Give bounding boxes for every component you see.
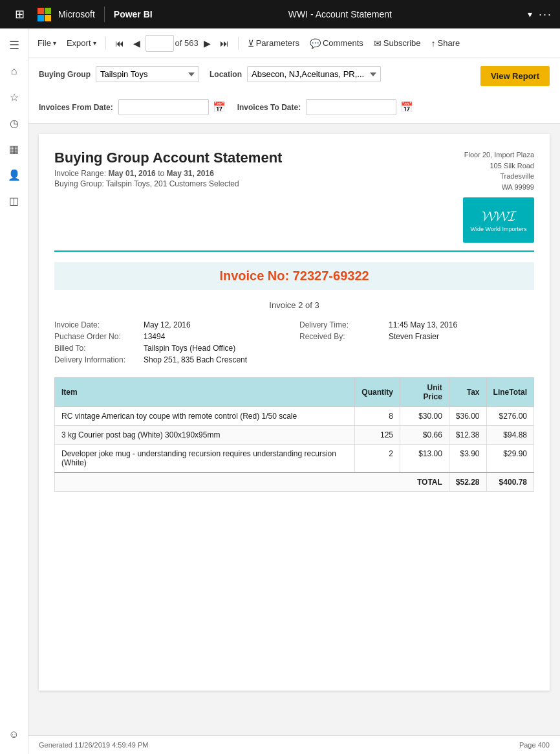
comments-button[interactable]: 💬 Comments	[306, 36, 367, 51]
invoice-range-to: May 31, 2016	[166, 169, 213, 178]
table-header-row: Item Quantity Unit Price Tax LineTotal	[55, 378, 534, 407]
toolbar-sep-2	[238, 37, 239, 50]
topbar-divider	[104, 6, 105, 22]
cell-item: 3 kg Courier post bag (White) 300x190x95…	[55, 426, 355, 445]
invoices-from-label: Invoices From Date:	[39, 103, 113, 112]
nav-next-button[interactable]: ▶	[200, 36, 215, 51]
page-navigation: ⏮ ◀ 400 of 563 ▶ ⏭	[111, 35, 233, 52]
address-line3: Tradesville	[464, 171, 534, 182]
page-number-input[interactable]: 400	[145, 35, 174, 52]
toolbar-sep-1	[105, 37, 106, 50]
invoices-from-calendar-button[interactable]: 📅	[211, 100, 227, 115]
logo-wings-icon: 𝓦𝓦𝓘	[471, 208, 527, 225]
file-chevron-icon: ▾	[53, 39, 56, 47]
sidebar-smiley[interactable]: ☺	[3, 723, 26, 746]
sidebar-hamburger[interactable]: ☰	[3, 34, 26, 57]
address-line2: 105 Silk Road	[464, 161, 534, 172]
buying-group-line: Buying Group: Tailspin Toys, 201 Custome…	[54, 179, 282, 188]
product-label: Power BI	[114, 9, 153, 19]
invoices-from-date-wrap: 5/1/2016 📅	[118, 99, 227, 115]
invoices-to-filter: Invoices To Date: 5/31/2016 📅	[237, 99, 415, 115]
page-of-label: of 563	[175, 38, 199, 48]
cell-linetotal: $94.88	[486, 426, 533, 445]
logo-company-name: Wide World Importers	[471, 226, 527, 232]
invoice-of-label: Invoice 2 of 3	[54, 300, 534, 310]
po-value: 13494	[144, 332, 165, 341]
file-button[interactable]: File ▾	[34, 36, 60, 50]
mail-icon: ✉	[374, 38, 382, 49]
subscribe-button[interactable]: ✉ Subscribe	[370, 36, 425, 51]
invoices-from-input[interactable]: 5/1/2016	[118, 99, 209, 115]
sidebar: ☰ ⌂ ☆ ◷ ▦ 👤 ◫ ☺	[0, 28, 28, 754]
more-options-button[interactable]: ···	[539, 8, 552, 21]
invoice-no-label-span: Invoice No:	[219, 269, 292, 283]
sidebar-grid[interactable]: ▦	[3, 137, 26, 161]
invoice-range-from: May 01, 2016	[108, 169, 155, 178]
nav-first-button[interactable]: ⏮	[111, 36, 128, 51]
filter-icon: ⊻	[248, 38, 254, 49]
company-logo: 𝓦𝓦𝓘 Wide World Importers	[463, 197, 534, 243]
grid-menu-icon[interactable]: ⊞	[8, 3, 31, 26]
sidebar-people[interactable]: 👤	[3, 163, 26, 186]
delivery-time-label: Delivery Time:	[299, 320, 383, 329]
share-icon: ↑	[431, 38, 436, 49]
cell-tax: $3.90	[449, 445, 486, 473]
table-row: RC vintage American toy coupe with remot…	[55, 407, 534, 426]
col-qty-header: Quantity	[355, 378, 400, 407]
invoice-no-bar: Invoice No: 72327-69322	[54, 262, 534, 290]
report-area: Buying Group Account Statement Invoice R…	[28, 124, 560, 735]
invoices-to-input[interactable]: 5/31/2016	[306, 99, 396, 115]
delivery-info-value: Shop 251, 835 Bach Crescent	[144, 355, 247, 364]
buying-group-select[interactable]: Tailspin Toys	[96, 66, 199, 82]
cell-qty: 2	[355, 445, 400, 473]
invoice-details: Invoice Date: May 12, 2016 Delivery Time…	[54, 320, 534, 364]
report-header-right: Floor 20, Import Plaza 105 Silk Road Tra…	[463, 150, 534, 243]
company-address: Floor 20, Import Plaza 105 Silk Road Tra…	[464, 150, 534, 192]
share-button[interactable]: ↑ Share	[427, 36, 464, 51]
invoices-to-date-wrap: 5/31/2016 📅	[306, 99, 415, 115]
filter-bar: Buying Group Tailspin Toys Location Abse…	[28, 58, 560, 124]
address-line4: WA 99999	[464, 182, 534, 193]
table-total-row: TOTAL $52.28 $400.78	[55, 472, 534, 492]
total-tax-cell: $52.28	[449, 472, 486, 492]
items-table: Item Quantity Unit Price Tax LineTotal R…	[54, 377, 534, 492]
buying-group-label: Buying Group	[39, 70, 91, 79]
billed-to-value: Tailspin Toys (Head Office)	[144, 344, 235, 353]
comment-icon: 💬	[310, 38, 321, 49]
delivery-time-row: Delivery Time: 11:45 May 13, 2016	[299, 320, 534, 329]
col-item-header: Item	[55, 378, 355, 407]
cell-qty: 125	[355, 426, 400, 445]
received-by-label: Received By:	[299, 332, 383, 341]
topbar: ⊞ Microsoft Power BI WWI - Account State…	[0, 0, 560, 28]
table-row: 3 kg Courier post bag (White) 300x190x95…	[55, 426, 534, 445]
sidebar-clock[interactable]: ◷	[3, 111, 26, 135]
report-header-left: Buying Group Account Statement Invoice R…	[54, 150, 282, 190]
location-filter: Location Absecon, NJ,Aceitunas, PR,...	[210, 66, 381, 82]
invoices-from-filter: Invoices From Date: 5/1/2016 📅	[39, 99, 227, 115]
export-chevron-icon: ▾	[93, 39, 96, 47]
sidebar-home[interactable]: ⌂	[3, 60, 26, 83]
report-document-title: Buying Group Account Statement	[54, 150, 282, 166]
report-divider	[54, 250, 534, 252]
received-by-value: Steven Frasier	[389, 332, 439, 341]
report-footer: Generated 11/26/2019 4:59:49 PM Page 400	[28, 735, 560, 754]
cell-linetotal: $29.90	[486, 445, 533, 473]
nav-prev-button[interactable]: ◀	[129, 36, 144, 51]
total-line-total-cell: $400.78	[486, 472, 533, 492]
location-select[interactable]: Absecon, NJ,Aceitunas, PR,...	[247, 66, 381, 82]
sidebar-bookmark[interactable]: ☆	[3, 85, 26, 109]
invoices-to-calendar-button[interactable]: 📅	[399, 100, 415, 115]
view-report-button[interactable]: View Report	[480, 66, 550, 86]
date-filters-row: Invoices From Date: 5/1/2016 📅 Invoices …	[39, 99, 550, 115]
location-label: Location	[210, 70, 242, 79]
nav-last-button[interactable]: ⏭	[216, 36, 233, 51]
export-button[interactable]: Export ▾	[63, 36, 100, 50]
parameters-button[interactable]: ⊻ Parameters	[244, 36, 303, 51]
report-title-topbar: WWI - Account Statement	[159, 9, 521, 19]
delivery-info-row	[299, 344, 534, 353]
col-total-header: LineTotal	[486, 378, 533, 407]
cell-price: $30.00	[400, 407, 449, 426]
sidebar-pages[interactable]: ◫	[3, 189, 26, 212]
invoice-date-value: May 12, 2016	[144, 320, 191, 329]
po-row: Puchase Order No: 13494	[54, 332, 289, 341]
